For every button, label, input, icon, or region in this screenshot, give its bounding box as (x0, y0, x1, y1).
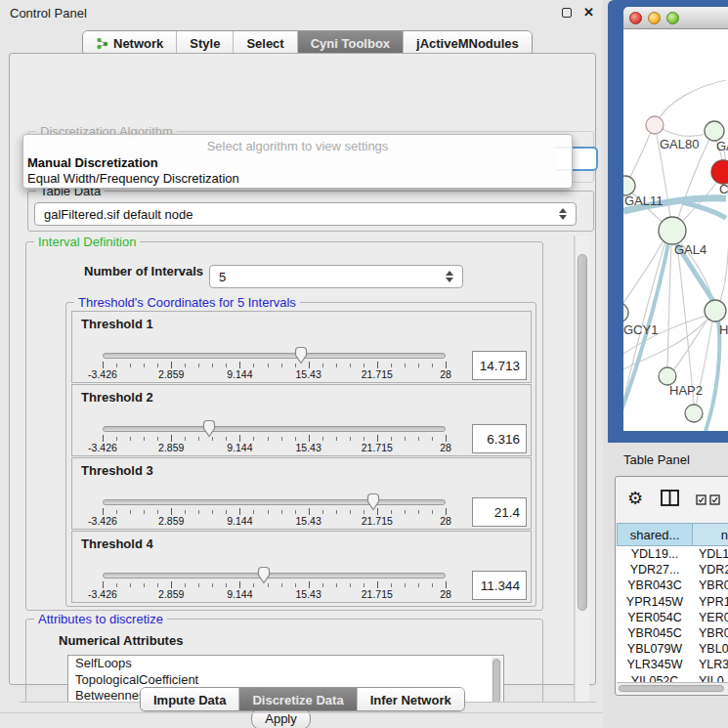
column-header-shared-name[interactable]: shared... (617, 523, 693, 546)
network-view-window[interactable]: GAL80GACGAL11GAL4GCY1HHAP2 (608, 0, 728, 443)
network-edge[interactable] (657, 80, 726, 122)
network-node[interactable] (659, 217, 686, 244)
combo-arrows-icon (446, 271, 453, 282)
network-node[interactable] (623, 303, 628, 322)
slider-scale-labels: -3.4262.8599.14415.4321.71528 (103, 515, 446, 528)
table-row[interactable]: YIL052CYIL0 (617, 673, 728, 683)
tab-jactivemnodules[interactable]: jActiveMNodules (403, 31, 532, 55)
node-label: GAL4 (674, 242, 707, 257)
network-canvas[interactable]: GAL80GACGAL11GAL4GCY1HHAP2 (623, 29, 728, 431)
columns-icon[interactable] (661, 490, 679, 506)
network-node[interactable] (705, 300, 726, 321)
network-node[interactable] (646, 116, 664, 134)
network-node[interactable] (685, 405, 703, 422)
threshold-slider[interactable]: -3.4262.8599.14415.4321.71528 (72, 385, 531, 455)
network-node[interactable] (623, 176, 635, 195)
bottom-tab-strip: Impute Data Discretize Data Infer Networ… (140, 687, 465, 711)
node-label: HAP2 (669, 383, 703, 398)
tab-discretize-data[interactable]: Discretize Data (238, 688, 356, 711)
slider-thumb[interactable] (256, 566, 272, 584)
cyni-toolbox-content: Discretization Algorithm Select algorith… (9, 53, 596, 685)
tab-select[interactable]: Select (233, 31, 296, 55)
threshold-slider[interactable]: -3.4262.8599.14415.4321.71528 (72, 312, 531, 382)
node-label: GAL80 (660, 137, 699, 151)
threshold-value-field[interactable]: 6.316 (472, 424, 527, 453)
table-row[interactable]: YLR345WYLR3 (617, 657, 728, 672)
combo-value: 5 (219, 270, 226, 284)
slider-track[interactable] (103, 573, 446, 578)
number-of-intervals-label: Number of Intervals (84, 264, 203, 278)
menu-item-manual-discretization[interactable]: Manual Discretization (26, 155, 569, 171)
slider-thumb[interactable] (365, 492, 381, 511)
tab-label: jActiveMNodules (416, 36, 519, 51)
menu-item-equal-width-frequency[interactable]: Equal Width/Frequency Discretization (26, 171, 569, 187)
slider-track[interactable] (103, 499, 446, 505)
node-label: GA (716, 139, 728, 153)
tab-style[interactable]: Style (176, 31, 233, 55)
interval-definition-group: Interval Definition Number of Intervals … (25, 241, 543, 611)
network-icon (96, 37, 108, 50)
checkbox-checked-icon[interactable] (696, 494, 707, 505)
tab-network[interactable]: Network (83, 31, 176, 55)
tab-label: Select (246, 36, 283, 51)
close-icon[interactable]: ✕ (583, 5, 594, 20)
column-header-name[interactable]: n (693, 523, 728, 546)
group-title: Threshold's Coordinates for 5 Intervals (74, 295, 300, 310)
list-item[interactable]: TopologicalCoefficient (68, 672, 503, 689)
network-edge[interactable] (682, 202, 726, 218)
tab-label: Discretize Data (252, 693, 343, 707)
table-horizontal-scrollbar[interactable] (617, 682, 728, 693)
list-item[interactable]: SelfLoops (68, 656, 503, 672)
table-data-combo[interactable]: galFiltered.sif default node (34, 202, 577, 226)
table-row[interactable]: YDL19...YDL1 (617, 546, 728, 562)
threshold-value-field[interactable]: 14.713 (472, 351, 527, 380)
slider-thumb[interactable] (201, 419, 217, 438)
scrollbar-thumb[interactable] (619, 685, 724, 692)
slider-scale-labels: -3.4262.8599.14415.4321.71528 (103, 588, 446, 601)
divider (0, 712, 603, 713)
network-window-titlebar[interactable] (623, 7, 728, 29)
zoom-traffic-light-icon[interactable] (666, 12, 679, 24)
slider-thumb[interactable] (293, 346, 309, 364)
table-row[interactable]: YBR043CYBR0 (617, 578, 728, 593)
threshold-value-field[interactable]: 11.344 (472, 571, 527, 600)
network-edge[interactable] (706, 320, 719, 431)
list-scrollbar[interactable] (492, 657, 502, 702)
settings-scrollbar[interactable] (575, 236, 589, 702)
table-row[interactable]: YER054CYER0 (617, 610, 728, 625)
scrollbar-thumb[interactable] (578, 254, 587, 611)
network-edge[interactable] (628, 132, 651, 182)
network-node[interactable] (711, 160, 728, 184)
close-traffic-light-icon[interactable] (629, 12, 642, 24)
table-panel-title: Table Panel (623, 452, 690, 467)
slider-track[interactable] (103, 426, 446, 432)
number-of-intervals-combo[interactable]: 5 (209, 265, 463, 288)
threshold-slider[interactable]: -3.4262.8599.14415.4321.71528 (72, 532, 531, 602)
table-header-row: shared... n (617, 523, 728, 546)
threshold-value-field[interactable]: 21.4 (472, 497, 527, 527)
checkbox-checked-icon[interactable] (709, 494, 720, 505)
float-window-icon[interactable] (562, 8, 572, 18)
slider-scale-labels: -3.4262.8599.14415.4321.71528 (103, 442, 446, 454)
tab-cyni-toolbox[interactable]: Cyni Toolbox (297, 31, 403, 55)
threshold-3-panel: Threshold 3-3.4262.8599.14415.4321.71528… (71, 457, 532, 530)
table-row[interactable]: YDR27...YDR2 (617, 562, 728, 578)
table-rows: YDL19...YDL1YDR27...YDR2YBR043CYBR0YPR14… (617, 546, 728, 682)
minimize-traffic-light-icon[interactable] (648, 12, 661, 24)
tab-infer-network[interactable]: Infer Network (357, 688, 464, 711)
network-edge[interactable] (663, 129, 709, 136)
network-edge[interactable] (667, 244, 671, 367)
threshold-slider[interactable]: -3.4262.8599.14415.4321.71528 (72, 458, 531, 529)
tab-impute-data[interactable]: Impute Data (141, 688, 238, 711)
slider-scale-labels: -3.4262.8599.14415.4321.71528 (103, 368, 446, 381)
node-table: ⚙ shared... n YDL19...YDL1YDR27...YDR2YB… (615, 476, 728, 696)
table-row[interactable]: YBL079WYBL0 (617, 641, 728, 657)
table-row[interactable]: YBR045CYBR0 (617, 625, 728, 641)
table-row[interactable]: YPR145WYPR1 (617, 594, 728, 610)
network-node[interactable] (705, 121, 724, 141)
gear-icon[interactable]: ⚙ (627, 488, 643, 509)
slider-track[interactable] (103, 353, 446, 359)
table-toolbar: ⚙ (616, 477, 728, 522)
node-label: C (719, 182, 728, 196)
tab-label: Network (113, 36, 163, 51)
